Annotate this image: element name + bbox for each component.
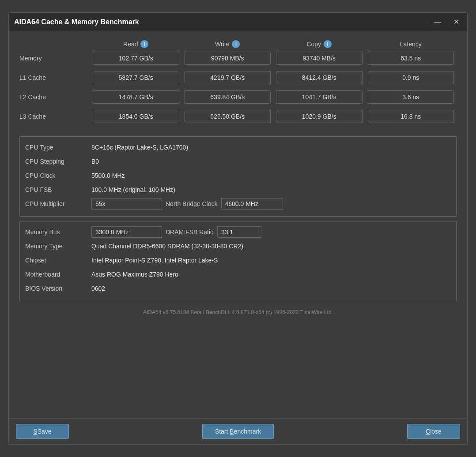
dram-fsb-label: DRAM:FSB Ratio bbox=[166, 228, 214, 236]
cpu-fsb-label: CPU FSB bbox=[25, 186, 91, 193]
memory-type-label: Memory Type bbox=[25, 243, 91, 250]
memory-bus-row: Memory Bus 3300.0 MHz DRAM:FSB Ratio 33:… bbox=[25, 226, 451, 238]
l3cache-copy-value: 1020.9 GB/s bbox=[276, 110, 363, 123]
cpu-clock-row: CPU Clock 5500.0 MHz bbox=[25, 169, 451, 182]
bench-header-write: Write i bbox=[182, 40, 274, 48]
l3cache-label: L3 Cache bbox=[19, 113, 90, 120]
bench-header-empty bbox=[19, 40, 90, 48]
cpu-info-section: CPU Type 8C+16c (Raptor Lake-S, LGA1700)… bbox=[19, 136, 457, 217]
l2cache-write-value: 639.84 GB/s bbox=[185, 90, 271, 104]
bios-label: BIOS Version bbox=[25, 285, 91, 292]
memory-type-row: Memory Type Quad Channel DDR5-6600 SDRAM… bbox=[25, 240, 451, 252]
cpu-stepping-row: CPU Stepping B0 bbox=[25, 155, 451, 168]
motherboard-label: Motherboard bbox=[25, 271, 91, 278]
copy-info-icon[interactable]: i bbox=[324, 40, 332, 48]
cpu-stepping-label: CPU Stepping bbox=[25, 158, 91, 165]
cpu-fsb-row: CPU FSB 100.0 MHz (original: 100 MHz) bbox=[25, 184, 451, 196]
memory-bus-value: 3300.0 MHz bbox=[91, 226, 162, 238]
bios-value: 0602 bbox=[91, 285, 451, 292]
l2cache-label: L2 Cache bbox=[19, 94, 90, 101]
l2cache-copy-value: 1041.7 GB/s bbox=[276, 90, 363, 104]
start-benchmark-button[interactable]: Start Benchmark bbox=[202, 424, 274, 439]
cpu-multiplier-group: 55x North Bridge Clock 4600.0 MHz bbox=[91, 198, 451, 210]
memory-read-value: 102.77 GB/s bbox=[93, 52, 179, 65]
close-window-button[interactable]: ✕ bbox=[451, 18, 462, 26]
cpu-fsb-value: 100.0 MHz (original: 100 MHz) bbox=[91, 186, 451, 193]
memory-info-section: Memory Bus 3300.0 MHz DRAM:FSB Ratio 33:… bbox=[19, 221, 457, 301]
l1cache-label: L1 Cache bbox=[19, 74, 90, 81]
minimize-button[interactable]: — bbox=[431, 18, 444, 26]
main-window: AIDA64 Cache & Memory Benchmark — ✕ Read… bbox=[8, 12, 468, 445]
save-button[interactable]: SSave bbox=[16, 424, 69, 439]
cpu-clock-value: 5500.0 MHz bbox=[91, 172, 451, 179]
l2cache-bench-row: L2 Cache 1478.7 GB/s 639.84 GB/s 1041.7 … bbox=[19, 90, 457, 104]
memory-latency-value: 63.5 ns bbox=[368, 52, 454, 65]
cpu-multiplier-row: CPU Multiplier 55x North Bridge Clock 46… bbox=[25, 198, 451, 210]
l1cache-read-value: 5827.7 GB/s bbox=[93, 71, 179, 84]
l2cache-read-value: 1478.7 GB/s bbox=[93, 90, 179, 104]
memory-bus-label: Memory Bus bbox=[25, 228, 91, 236]
l3cache-read-value: 1854.0 GB/s bbox=[93, 110, 179, 123]
cpu-stepping-value: B0 bbox=[91, 158, 451, 165]
memory-label: Memory bbox=[19, 55, 90, 62]
cpu-type-row: CPU Type 8C+16c (Raptor Lake-S, LGA1700) bbox=[25, 141, 451, 154]
l3cache-write-value: 626.50 GB/s bbox=[185, 110, 271, 123]
footer-text: AIDA64 v6.75.6134 Beta / BenchDLL 4.6.87… bbox=[19, 309, 457, 315]
bench-header-latency: Latency bbox=[365, 40, 457, 48]
north-bridge-value: 4600.0 MHz bbox=[221, 198, 283, 210]
l1cache-write-value: 4219.7 GB/s bbox=[185, 71, 271, 84]
title-bar-controls: — ✕ bbox=[431, 18, 462, 26]
bottom-bar: SSave Start Benchmark Close bbox=[9, 418, 467, 444]
close-button[interactable]: Close bbox=[407, 424, 460, 439]
memory-type-value: Quad Channel DDR5-6600 SDRAM (32-38-38-8… bbox=[91, 243, 451, 250]
dram-fsb-value: 33:1 bbox=[217, 226, 261, 238]
memory-bus-group: 3300.0 MHz DRAM:FSB Ratio 33:1 bbox=[91, 226, 451, 238]
cpu-type-value: 8C+16c (Raptor Lake-S, LGA1700) bbox=[91, 144, 451, 151]
read-info-icon[interactable]: i bbox=[140, 40, 148, 48]
l1cache-bench-row: L1 Cache 5827.7 GB/s 4219.7 GB/s 8412.4 … bbox=[19, 71, 457, 84]
north-bridge-label: North Bridge Clock bbox=[166, 200, 218, 207]
benchmark-table: Read i Write i Copy i Latency Memory 102… bbox=[19, 40, 457, 129]
chipset-row: Chipset Intel Raptor Point-S Z790, Intel… bbox=[25, 254, 451, 266]
cpu-multiplier-value: 55x bbox=[91, 198, 162, 210]
memory-bench-row: Memory 102.77 GB/s 90790 MB/s 93740 MB/s… bbox=[19, 52, 457, 65]
bench-header-read: Read i bbox=[90, 40, 182, 48]
bios-row: BIOS Version 0602 bbox=[25, 282, 451, 295]
cpu-multiplier-label: CPU Multiplier bbox=[25, 200, 91, 207]
l3cache-bench-row: L3 Cache 1854.0 GB/s 626.50 GB/s 1020.9 … bbox=[19, 110, 457, 123]
l1cache-copy-value: 8412.4 GB/s bbox=[276, 71, 363, 84]
write-info-icon[interactable]: i bbox=[232, 40, 240, 48]
title-bar: AIDA64 Cache & Memory Benchmark — ✕ bbox=[9, 13, 467, 31]
main-content: Read i Write i Copy i Latency Memory 102… bbox=[9, 31, 467, 418]
bench-header-row: Read i Write i Copy i Latency bbox=[19, 40, 457, 48]
motherboard-value: Asus ROG Maximus Z790 Hero bbox=[91, 271, 451, 278]
cpu-type-label: CPU Type bbox=[25, 144, 91, 151]
chipset-value: Intel Raptor Point-S Z790, Intel Raptor … bbox=[91, 257, 451, 264]
l2cache-latency-value: 3.6 ns bbox=[368, 90, 454, 104]
l3cache-latency-value: 16.8 ns bbox=[368, 110, 454, 123]
motherboard-row: Motherboard Asus ROG Maximus Z790 Hero bbox=[25, 268, 451, 281]
window-title: AIDA64 Cache & Memory Benchmark bbox=[14, 18, 139, 26]
memory-copy-value: 93740 MB/s bbox=[276, 52, 363, 65]
cpu-clock-label: CPU Clock bbox=[25, 172, 91, 179]
bench-header-copy: Copy i bbox=[273, 40, 365, 48]
chipset-label: Chipset bbox=[25, 257, 91, 264]
l1cache-latency-value: 0.9 ns bbox=[368, 71, 454, 84]
memory-write-value: 90790 MB/s bbox=[185, 52, 271, 65]
